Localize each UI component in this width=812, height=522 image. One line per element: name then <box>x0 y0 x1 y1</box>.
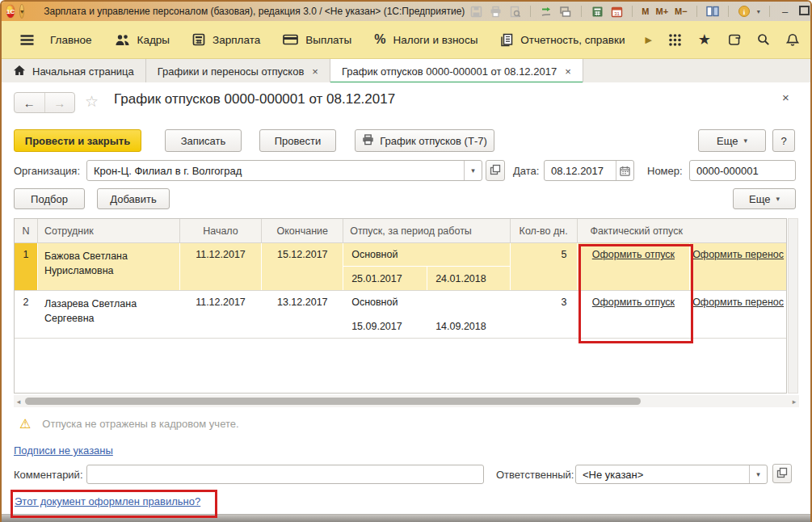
make-transfer-cell: Оформить перенос <box>690 291 786 338</box>
print-t7-button[interactable]: График отпусков (Т-7) <box>355 129 494 152</box>
favorite-star-icon[interactable]: ☆ <box>85 92 99 111</box>
make-vacation-cell: Оформить отпуск <box>578 243 691 290</box>
all-functions-grid-icon[interactable] <box>668 33 682 47</box>
info-dropdown-icon[interactable]: ▾ <box>757 8 760 15</box>
write-button[interactable]: Записать <box>165 129 242 152</box>
responsible-combobox[interactable]: <Не указан> ▾ <box>575 465 768 484</box>
menu-item-payments[interactable]: Выплаты <box>276 21 359 58</box>
date-input[interactable]: 08.12.2017 <box>544 160 634 181</box>
notifications-bell-icon[interactable] <box>786 33 799 47</box>
vacation-type-cell: Основной <box>343 291 510 314</box>
more-button-top[interactable]: Еще▾ <box>698 129 766 152</box>
add-link-icon[interactable] <box>540 5 553 18</box>
menu-item-label: Главное <box>50 34 92 46</box>
system-menu-button[interactable]: ▾ <box>19 4 24 19</box>
tab-home[interactable]: Начальная страница <box>2 59 146 83</box>
menu-item-personnel[interactable]: Кадры <box>107 21 177 58</box>
table-vertical-scrollbar[interactable] <box>788 218 798 394</box>
search-icon[interactable] <box>757 33 770 46</box>
table-horizontal-scrollbar[interactable]: ◂ ▸ <box>14 395 799 407</box>
make-transfer-link[interactable]: Оформить перенос <box>692 297 784 338</box>
column-header-start[interactable]: Начало <box>180 219 263 242</box>
scrollbar-thumb[interactable] <box>25 398 641 405</box>
button-label: Еще <box>717 135 738 147</box>
column-header-n[interactable]: N <box>15 219 38 242</box>
menu-item-label: Отчетность, справки <box>520 34 625 46</box>
document-check-link[interactable]: Этот документ оформлен правильно? <box>15 495 200 507</box>
menu-item-taxes[interactable]: % Налоги и взносы <box>367 21 485 58</box>
divider <box>769 6 770 17</box>
chevron-down-icon: ▾ <box>776 195 780 203</box>
calendar-picker-icon[interactable] <box>616 161 633 180</box>
memory-button[interactable]: М <box>642 6 649 16</box>
period-to-cell: 24.01.2018 <box>427 267 494 290</box>
column-header-end[interactable]: Окончание <box>262 219 343 242</box>
divider <box>696 6 697 17</box>
menu-item-main[interactable]: Главное <box>43 21 99 58</box>
more-button-table[interactable]: Еще▾ <box>733 188 796 209</box>
employee-cell: Бажова Светлана Нурисламовна <box>38 243 180 290</box>
scroll-left-icon[interactable]: ◂ <box>14 398 23 406</box>
make-vacation-link[interactable]: Оформить отпуск <box>592 249 675 290</box>
favorites-star-icon[interactable]: ★ <box>698 32 711 47</box>
maximize-button[interactable] <box>798 6 811 18</box>
make-transfer-link[interactable]: Оформить перенос <box>692 249 784 290</box>
column-header-employee[interactable]: Сотрудник <box>38 219 180 242</box>
make-transfer-cell: Оформить перенос <box>690 243 786 290</box>
history-scroll-icon[interactable] <box>727 33 741 46</box>
vacation-table: N Сотрудник Начало Окончание Отпуск, за … <box>14 218 787 394</box>
end-date-cell: 13.12.2017 <box>262 291 343 338</box>
calculator-icon[interactable] <box>591 5 604 18</box>
tab-close-icon[interactable]: × <box>312 65 318 78</box>
vacation-type-cell: Основной <box>343 243 510 267</box>
chevron-down-icon[interactable]: ▾ <box>749 465 767 483</box>
number-input[interactable]: 0000-000001 <box>689 160 796 181</box>
tab-vacation-schedules-list[interactable]: Графики и переносы отпусков × <box>146 59 330 83</box>
split-window-icon[interactable] <box>706 5 719 18</box>
hamburger-menu-icon[interactable] <box>19 34 35 46</box>
calendar-icon[interactable]: 31 <box>610 5 623 18</box>
post-button[interactable]: Провести <box>259 129 336 152</box>
column-header-days[interactable]: Кол-во дн. <box>511 219 578 242</box>
add-button[interactable]: Добавить <box>97 188 170 209</box>
table-row[interactable]: 1 Бажова Светлана Нурисламовна 11.12.201… <box>15 243 786 291</box>
menu-item-salary[interactable]: Зарплата <box>185 21 267 58</box>
expand-sections-icon[interactable]: ▶ <box>645 35 651 45</box>
back-button[interactable]: ← <box>15 93 45 112</box>
comment-input[interactable] <box>86 465 484 484</box>
forward-arrow-icon: → <box>53 96 65 110</box>
organization-label: Организация: <box>14 160 80 181</box>
form-close-icon[interactable]: × <box>782 91 789 104</box>
menu-item-reports[interactable]: Отчетность, справки <box>493 21 632 58</box>
save-icon[interactable] <box>469 5 482 18</box>
preview-icon[interactable] <box>508 5 521 18</box>
memory-minus-button[interactable]: М− <box>675 6 688 16</box>
responsible-open-button[interactable] <box>772 464 792 483</box>
chevron-down-icon[interactable]: ▾ <box>464 161 482 180</box>
signatures-link[interactable]: Подписи не указаны <box>14 444 113 457</box>
make-vacation-link[interactable]: Оформить отпуск <box>592 297 675 338</box>
print-icon[interactable] <box>489 5 502 18</box>
employee-cell: Лазарева Светлана Сергеевна <box>38 291 180 338</box>
organization-combobox[interactable]: Крон-Ц. Филиал в г. Волгоград ▾ <box>86 160 482 181</box>
post-and-close-button[interactable]: Провести и закрыть <box>14 129 141 152</box>
svg-text:31: 31 <box>614 11 620 15</box>
table-row[interactable]: 2 Лазарева Светлана Сергеевна 11.12.2017… <box>15 291 786 339</box>
scroll-right-icon[interactable]: ▸ <box>789 398 799 406</box>
pick-button[interactable]: Подбор <box>14 188 85 209</box>
forward-button[interactable]: → <box>45 93 75 112</box>
minimize-button[interactable]: – <box>779 6 792 18</box>
organization-open-button[interactable] <box>486 160 505 181</box>
info-icon[interactable]: i <box>738 5 751 18</box>
button-label: Провести <box>275 135 322 147</box>
chevron-down-icon: ▾ <box>743 137 747 145</box>
link-print-icon[interactable] <box>559 5 572 18</box>
number-value: 0000-000001 <box>690 165 795 177</box>
row-number-cell: 1 <box>15 243 38 290</box>
memory-plus-button[interactable]: М+ <box>656 6 669 16</box>
tab-vacation-schedule-document[interactable]: График отпусков 0000-000001 от 08.12.201… <box>330 59 583 83</box>
column-header-actual-vacation[interactable]: Фактический отпуск <box>578 219 786 242</box>
tab-close-icon[interactable]: × <box>565 65 571 78</box>
help-button[interactable]: ? <box>772 129 795 152</box>
column-header-vacation-period[interactable]: Отпуск, за период работы <box>343 219 511 242</box>
